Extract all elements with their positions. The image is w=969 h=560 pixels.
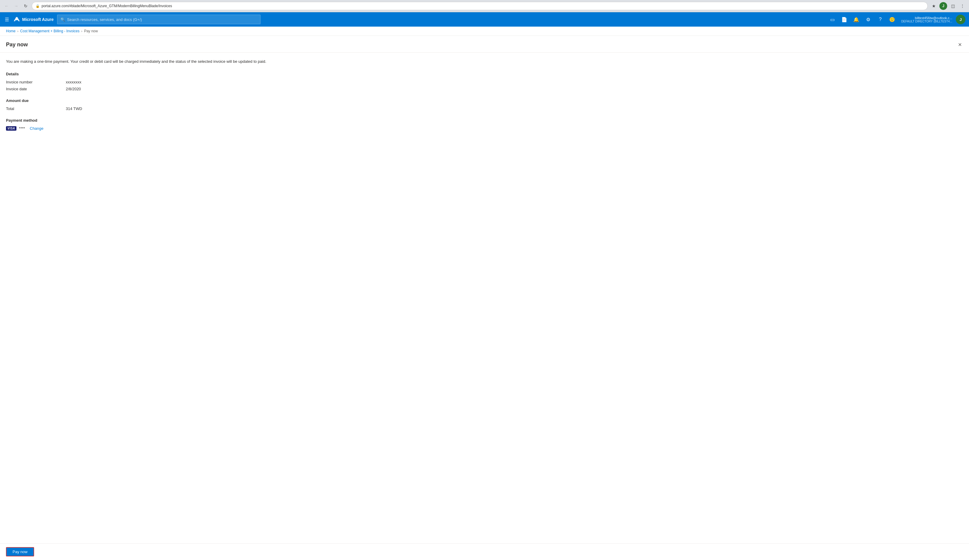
- invoice-number-key: Invoice number: [6, 80, 66, 84]
- nav-icons: ▭ 📄 🔔 ⚙ ? 🙂 billtest456tw@outlook.c... D…: [827, 14, 966, 25]
- invoice-number-row: Invoice number xxxxxxxx: [6, 80, 963, 84]
- total-row: Total 314 TWD: [6, 106, 963, 111]
- settings-button[interactable]: ⚙: [863, 14, 874, 25]
- search-placeholder: Search resources, services, and docs (G+…: [67, 17, 142, 22]
- total-key: Total: [6, 106, 66, 111]
- invoice-date-row: Invoice date 2/8/2020: [6, 87, 963, 91]
- user-email: billtest456tw@outlook.c...: [901, 16, 952, 20]
- page-footer: Pay now: [0, 543, 969, 560]
- main-content: Pay now ✕ You are making a one-time paym…: [0, 36, 969, 560]
- payment-method-label: Payment method: [6, 118, 963, 123]
- user-info[interactable]: billtest456tw@outlook.c... DEFAULT DIREC…: [899, 15, 955, 24]
- refresh-button[interactable]: ↻: [22, 2, 30, 10]
- browser-actions: ★ J ◫ ⋮: [929, 2, 967, 10]
- breadcrumb-sep-2: ›: [82, 30, 82, 33]
- forward-button[interactable]: →: [12, 2, 20, 10]
- url-text: portal.azure.com/#blade/Microsoft_Azure_…: [42, 4, 172, 8]
- payment-method-section: Payment method VISA **** Change: [6, 118, 963, 131]
- total-value: 314 TWD: [66, 106, 82, 111]
- menu-button[interactable]: ⋮: [958, 2, 967, 10]
- description-text: You are making a one-time payment. Your …: [6, 58, 963, 65]
- breadcrumb-sep-1: ›: [17, 30, 18, 33]
- amount-due-section: Amount due Total 314 TWD: [6, 98, 963, 111]
- payment-method-row: VISA **** Change: [6, 126, 963, 131]
- cloud-shell-button[interactable]: ▭: [827, 14, 838, 25]
- azure-nav: ☰ Microsoft Azure 🔍 Search resources, se…: [0, 12, 969, 27]
- browser-chrome: ← → ↻ 🔒 portal.azure.com/#blade/Microsof…: [0, 0, 969, 12]
- panel-title: Pay now: [6, 42, 28, 48]
- amount-due-label: Amount due: [6, 98, 963, 103]
- breadcrumb-current: Pay now: [84, 29, 98, 33]
- details-label: Details: [6, 72, 963, 76]
- pay-now-button[interactable]: Pay now: [6, 547, 34, 557]
- azure-logo-icon: [14, 17, 20, 22]
- directory-button[interactable]: 📄: [839, 14, 850, 25]
- breadcrumb: Home › Cost Management + Billing - Invoi…: [0, 27, 969, 36]
- invoice-date-value: 2/8/2020: [66, 87, 81, 91]
- search-bar[interactable]: 🔍 Search resources, services, and docs (…: [57, 15, 260, 24]
- address-bar[interactable]: 🔒 portal.azure.com/#blade/Microsoft_Azur…: [32, 2, 928, 10]
- visa-badge: VISA: [6, 126, 17, 131]
- notifications-button[interactable]: 🔔: [851, 14, 862, 25]
- bookmark-button[interactable]: ★: [929, 2, 938, 10]
- help-button[interactable]: ?: [875, 14, 886, 25]
- panel-header: Pay now ✕: [0, 36, 969, 53]
- lock-icon: 🔒: [36, 4, 40, 8]
- extensions-button[interactable]: ◫: [949, 2, 957, 10]
- azure-logo: Microsoft Azure: [14, 17, 53, 22]
- app-name: Microsoft Azure: [22, 17, 53, 22]
- user-directory: DEFAULT DIRECTORY (BILLTEST4...: [901, 20, 952, 23]
- nav-buttons: ← → ↻: [2, 2, 30, 10]
- breadcrumb-home[interactable]: Home: [6, 29, 15, 33]
- details-section: Details Invoice number xxxxxxxx Invoice …: [6, 72, 963, 91]
- user-avatar[interactable]: J: [956, 15, 966, 24]
- change-link[interactable]: Change: [30, 126, 44, 131]
- invoice-number-value: xxxxxxxx: [66, 80, 82, 84]
- feedback-button[interactable]: 🙂: [887, 14, 897, 25]
- card-dots: ****: [19, 126, 25, 131]
- profile-button[interactable]: J: [939, 2, 947, 10]
- close-button[interactable]: ✕: [957, 41, 963, 49]
- hamburger-button[interactable]: ☰: [3, 15, 10, 23]
- panel-body: You are making a one-time payment. Your …: [0, 53, 969, 144]
- back-button[interactable]: ←: [2, 2, 11, 10]
- invoice-date-key: Invoice date: [6, 87, 66, 91]
- search-icon: 🔍: [60, 17, 65, 22]
- profile-avatar: J: [939, 2, 947, 10]
- breadcrumb-billing[interactable]: Cost Management + Billing - Invoices: [20, 29, 79, 33]
